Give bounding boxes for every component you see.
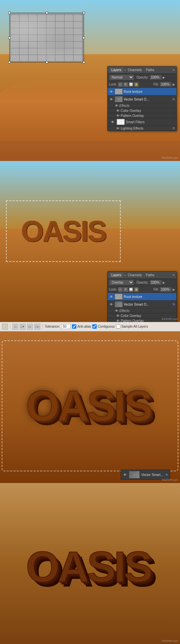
oasis-rocky-text: OASIS [21, 214, 106, 248]
anti-alias-label: Anti-alias [77, 325, 91, 328]
tolerance-label: Tolerance: [45, 325, 60, 328]
layer-thumb-rock-2 [115, 294, 123, 300]
opacity-input-1[interactable] [150, 75, 162, 80]
layer-rock-texture-2[interactable]: 👁 Rock texture [108, 293, 176, 301]
layer-name-smart-2: Vector Smart O... [124, 303, 171, 306]
lock-icon-move[interactable]: ✥ [123, 82, 128, 87]
layer-rock-texture-1[interactable]: 👁 Rock texture [108, 88, 176, 96]
layer-name-smart-1: Vector Smart O... [124, 98, 171, 101]
toolbar-strip-3: ⚡ □ □+ □- □∩ Tolerance: Anti-alias Conti… [0, 322, 180, 331]
eye-lighting-1[interactable]: 👁 [116, 126, 120, 130]
eye-icon-small[interactable]: 👁 [123, 473, 127, 477]
smart-filters-label-1: Smart Filters [126, 120, 145, 124]
effects-label-2: Effects [119, 309, 130, 313]
watermark-4: PKPHP.com [162, 639, 178, 643]
layer-vector-smart-2[interactable]: 👁 T Vector Smart O... fx [108, 301, 176, 308]
section3-3d-oasis-selection: ⚡ □ □+ □- □∩ Tolerance: Anti-alias Conti… [0, 322, 180, 483]
toolbar-sep-1 [10, 324, 10, 329]
toolbar-intersect-selection[interactable]: □∩ [34, 324, 40, 330]
lock-icon-check-2[interactable]: ✓ [118, 287, 123, 292]
panel-header-1: Layers × Channels Paths ≡ [108, 66, 176, 74]
sample-all-checkbox[interactable] [116, 324, 120, 329]
opacity-label-1: Opacity: [136, 75, 149, 79]
opacity-label-2: Opacity: [136, 281, 149, 284]
layers-panel-1: Layers × Channels Paths ≡ Normal Opacity… [107, 66, 177, 131]
layers-panel-2: Layers × Channels Paths ≡ Overlay Opacit… [107, 271, 177, 322]
color-overlay-label-2: Color Overlay [121, 314, 141, 318]
layer-thumb-smart-2: T [115, 301, 123, 307]
tab-channels-2[interactable]: Channels [126, 273, 144, 278]
lock-icon-check[interactable]: ✓ [118, 82, 123, 87]
lock-icon-paint-2[interactable]: ⬜ [129, 287, 133, 292]
lighting-effects-item-1[interactable]: 👁 Lighting Effects ⚙ [108, 126, 176, 131]
lock-icons-1: ✓ ✥ ⬜ 🔒 [118, 82, 139, 87]
eye-effects-1[interactable]: 👁 [115, 104, 118, 108]
effect-color-overlay-2[interactable]: 👁 Color Overlay [108, 313, 176, 318]
oasis-final-text-letters: OASIS [26, 542, 151, 592]
fill-input-2[interactable] [160, 287, 172, 292]
effect-color-overlay-1[interactable]: 👁 Color Overlay [108, 108, 176, 113]
magic-wand-icon[interactable]: ⚡ [2, 324, 8, 330]
panel-close-2[interactable]: ≡ [173, 273, 175, 277]
lock-icon-move-2[interactable]: ✥ [123, 287, 128, 292]
layer-vector-smart-1[interactable]: 👁 T Vector Smart O... fx [108, 96, 176, 103]
eye-pattern-overlay-2[interactable]: 👁 [116, 319, 120, 322]
layer-thumb-smart-1: T [115, 96, 123, 102]
pattern-overlay-label-2: Pattern Overlay [121, 319, 144, 322]
eye-icon-rock-2[interactable]: 👁 [109, 295, 114, 299]
tab-layers-1[interactable]: Layers [109, 67, 123, 72]
layer-name-rock-1: Rock texture [124, 90, 175, 94]
tolerance-input[interactable] [61, 324, 71, 329]
small-layer-fx: fx [166, 473, 168, 476]
lock-icon-all-2[interactable]: 🔒 [134, 287, 139, 292]
blend-mode-select-2[interactable]: Overlay [109, 280, 134, 285]
lock-icons-2: ✓ ✥ ⬜ 🔒 [118, 287, 139, 292]
toolbar-subtract-selection[interactable]: □- [27, 324, 33, 330]
anti-alias-group: Anti-alias [72, 324, 91, 329]
eye-color-overlay-2[interactable]: 👁 [116, 314, 120, 318]
toolbar-sep-2 [42, 324, 43, 329]
eye-pattern-overlay-1[interactable]: 👁 [116, 114, 120, 118]
opacity-input-2[interactable] [150, 280, 162, 285]
fill-label-2: Fill: [153, 288, 159, 291]
lock-icon-paint[interactable]: ⬜ [129, 82, 133, 87]
blend-mode-select-1[interactable]: Normal [109, 74, 134, 80]
toolbar-add-selection[interactable]: □+ [20, 324, 26, 330]
sample-all-label: Sample All Layers [121, 325, 148, 328]
panel-close-1[interactable]: ≡ [173, 68, 175, 72]
small-layer-thumb-icon: T [129, 471, 140, 478]
tab-paths-2[interactable]: Paths [144, 273, 157, 278]
fill-arrow-2: ▶ [173, 288, 175, 291]
eye-color-overlay-1[interactable]: 👁 [116, 109, 120, 113]
small-layer-panel: 👁 T Vector Smart... fx [121, 470, 170, 480]
eye-icon-smart-1[interactable]: 👁 [109, 97, 114, 101]
eye-icon-rock-1[interactable]: 👁 [109, 90, 114, 94]
section2-rocky-oasis: OASIS Layers × Channels Paths ≡ Overlay … [0, 161, 180, 322]
eye-icon-smart-2[interactable]: 👁 [109, 302, 114, 306]
anti-alias-checkbox[interactable] [72, 324, 76, 329]
lighting-label-1: Lighting Effects [121, 127, 143, 130]
lock-icon-all[interactable]: 🔒 [134, 82, 139, 87]
toolbar-new-selection[interactable]: □ [12, 324, 18, 330]
lock-label-1: Lock: [109, 83, 117, 86]
fill-input-1[interactable] [160, 82, 172, 87]
lighting-options-1: ⚙ [172, 127, 175, 130]
effect-pattern-overlay-2[interactable]: 👁 Pattern Overlay [108, 318, 176, 322]
contiguous-group: Contiguous [92, 324, 115, 329]
eye-smart-filters-1[interactable]: 👁 [110, 120, 115, 124]
sample-all-group: Sample All Layers [116, 324, 148, 329]
filter-thumb-1 [117, 119, 125, 125]
effects-label-1: Effects [119, 104, 130, 108]
small-layer-name: Vector Smart... [141, 473, 163, 477]
eye-effects-2[interactable]: 👁 [115, 309, 118, 313]
effects-group-1: 👁 Effects [108, 103, 176, 108]
stone-texture-inner [11, 14, 83, 61]
effect-pattern-overlay-1[interactable]: 👁 Pattern Overlay [108, 113, 176, 118]
contiguous-checkbox[interactable] [92, 324, 97, 329]
fx-badge-2: fx [173, 303, 175, 306]
tab-layers-2[interactable]: Layers [109, 273, 123, 278]
fill-arrow-1: ▶ [173, 83, 175, 86]
tab-channels-1[interactable]: Channels [126, 67, 144, 72]
tab-paths-1[interactable]: Paths [144, 67, 157, 72]
contiguous-label: Contiguous [98, 325, 115, 328]
